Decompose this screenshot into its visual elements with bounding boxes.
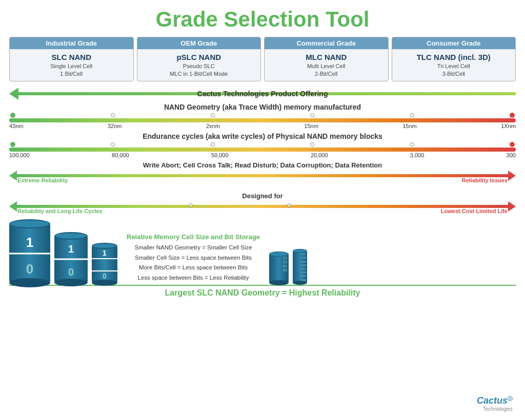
product-offering-row: Cactus Technologies Product Offering <box>0 86 525 102</box>
nand-label-2: 2xnm <box>206 123 220 129</box>
dot-end-end <box>510 142 515 147</box>
nand-title: NAND Geometry (aka Trace Width) memory m… <box>9 103 516 111</box>
grade-sub-commercial: Multi Level Cell2-Bit/Cell <box>267 62 386 78</box>
cylinder-pslc: 1 0 <box>92 246 117 283</box>
nand-label-4: 15nm <box>402 123 417 129</box>
reliability-label-right: Reliability Issues <box>462 177 508 183</box>
page-title: Grade Selection Tool <box>0 0 525 37</box>
dot-mid1-end <box>111 142 115 146</box>
nand-bar-labels: 43nm 32nm 2xnm 15nm 15nm 1Xnm <box>9 123 516 129</box>
write-abort-section: Write Abort; Cell Cross Talk; Read Distu… <box>0 161 525 181</box>
arrow-left-reliability <box>9 171 17 181</box>
grade-box-commercial: Commercial Grade MLC NAND Multi Level Ce… <box>264 37 389 81</box>
dot-start-nand <box>10 113 15 118</box>
dot-end-nand <box>510 113 515 118</box>
arrow-left-icon <box>9 88 18 100</box>
longevity-arrow-row: Reliability and Long Life Cycles Lowest … <box>9 201 516 212</box>
grade-header-oem: OEM Grade <box>137 37 261 49</box>
tagline: Largest SLC NAND Geometry = Highest Reli… <box>9 285 516 300</box>
grade-box-oem: OEM Grade pSLC NAND Pseudo SLCMLC in 1-B… <box>137 37 261 81</box>
grade-sub-industrial: Single Level Cell1 Bit/Cell <box>12 62 131 78</box>
grade-main-commercial: MLC NAND <box>267 52 386 62</box>
product-offering-text: Cactus Technologies Product Offering <box>197 90 328 98</box>
dot-mid4-nand <box>410 113 414 117</box>
dot-start-end <box>10 142 15 147</box>
dot-mid3-end <box>310 142 314 146</box>
cylinder-slc-big: 1 0 <box>9 224 50 283</box>
grade-header-industrial: Industrial Grade <box>10 37 133 49</box>
arrow-right-longevity <box>508 201 516 212</box>
grade-sub-consumer: Tri Level Cell3-Bit/Cell <box>394 62 514 78</box>
logo-area: Cactus® Technologies <box>477 395 513 412</box>
grade-box-industrial: Industrial Grade SLC NAND Single Level C… <box>9 37 134 81</box>
endurance-bar-labels: 100,000 80,000 50,000 20,000 3,000 300 <box>9 152 516 158</box>
nand-label-5: 1Xnm <box>501 123 516 129</box>
cylinder-mlc: 11100100 <box>269 254 289 283</box>
reliability-arrow-row: Extreme Reliability Reliability Issues <box>9 171 516 181</box>
end-label-4: 3,000 <box>410 152 425 158</box>
grade-row: Industrial Grade SLC NAND Single Level C… <box>0 37 525 81</box>
logo-sub: Technologies <box>477 406 513 412</box>
nand-bar-wrapper: 43nm 32nm 2xnm 15nm 15nm 1Xnm <box>9 113 516 129</box>
nand-label-0: 43nm <box>9 123 24 129</box>
grade-sub-oem: Pseudo SLCMLC in 1-Bit/Cell Mode <box>139 62 259 78</box>
reliability-bar <box>17 174 508 177</box>
endurance-bar-wrapper: 100,000 80,000 50,000 20,000 3,000 300 <box>9 142 516 158</box>
endurance-dots <box>9 142 516 147</box>
end-label-3: 20,000 <box>311 152 328 158</box>
grade-header-consumer: Consumer Grade <box>392 37 516 49</box>
cylinder-slc-medium: 1 0 <box>54 236 88 283</box>
end-label-5: 300 <box>507 152 516 158</box>
info-block: Relative Memory Cell Size and Bit Storag… <box>122 233 265 283</box>
write-abort-title: Write Abort; Cell Cross Talk; Read Distu… <box>9 161 516 169</box>
logo-name: Cactus <box>477 395 508 406</box>
nand-bar <box>9 118 516 122</box>
dot-mid2-end <box>211 142 215 146</box>
end-label-2: 50,000 <box>211 152 229 158</box>
dot-mid4-end <box>410 142 414 146</box>
cylinder-tlc: 111110101100011010001000 <box>293 251 307 283</box>
dot-mid1-nand <box>111 113 115 117</box>
dot-mid3-nand <box>310 113 314 117</box>
bottom-section: 1 0 1 0 1 0 <box>0 222 525 283</box>
arrow-left-longevity <box>9 201 17 212</box>
longevity-label-right: Lowest Cost Limited Life <box>441 208 508 214</box>
nand-dots <box>9 113 516 118</box>
logo-reg: ® <box>508 396 513 401</box>
grade-main-consumer: TLC NAND (incl. 3D) <box>394 52 514 62</box>
nand-section: NAND Geometry (aka Trace Width) memory m… <box>0 103 525 129</box>
memory-info-list: Smaller NAND Geometry = Smaller Cell Siz… <box>127 243 260 283</box>
memory-info-item-0: Smaller NAND Geometry = Smaller Cell Siz… <box>127 243 260 253</box>
grade-box-consumer: Consumer Grade TLC NAND (incl. 3D) Tri L… <box>392 37 516 81</box>
memory-info-item-1: Smaller Cell Size = Less space between B… <box>127 253 260 263</box>
grade-header-commercial: Commercial Grade <box>265 37 388 49</box>
memory-info-title: Relative Memory Cell Size and Bit Storag… <box>127 233 260 241</box>
endurance-bar <box>9 148 516 152</box>
designed-for-section: Designed for Reliability and Long Life C… <box>0 192 525 212</box>
dot-mid2-nand <box>211 113 215 117</box>
grade-main-industrial: SLC NAND <box>12 52 131 62</box>
memory-info-item-3: Less space between Bits = Less Reliabili… <box>127 273 260 283</box>
memory-info-item-2: More Bits/Cell = Less space between Bits <box>127 263 260 273</box>
designed-for-title: Designed for <box>9 192 516 200</box>
end-label-0: 100,000 <box>9 152 30 158</box>
cylinders-area: 1 0 1 0 1 0 <box>9 224 307 283</box>
reliability-label-left: Extreme Reliability <box>17 177 68 183</box>
grade-main-oem: pSLC NAND <box>139 52 259 62</box>
nand-label-1: 32nm <box>108 123 122 129</box>
arrow-right-reliability <box>508 171 516 181</box>
end-label-1: 80,000 <box>112 152 129 158</box>
endurance-section: Endurance cycles (aka write cycles) of P… <box>0 132 525 158</box>
logo-cactus: Cactus® <box>477 395 513 406</box>
endurance-title: Endurance cycles (aka write cycles) of P… <box>9 132 516 140</box>
nand-label-3: 15nm <box>304 123 318 129</box>
longevity-label-left: Reliability and Long Life Cycles <box>17 208 103 214</box>
